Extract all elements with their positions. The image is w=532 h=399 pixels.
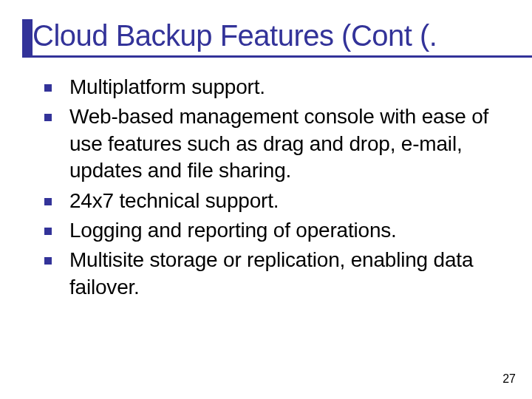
slide-title: Cloud Backup Features (Cont (. [33, 19, 437, 52]
list-item: Logging and reporting of operations. [44, 217, 510, 244]
list-item: Multisite storage or replication, enabli… [44, 247, 510, 301]
bullet-icon [44, 257, 52, 265]
list-item: 24x7 technical support. [44, 188, 510, 214]
page-number: 27 [502, 372, 516, 386]
bullet-icon [44, 84, 52, 92]
list-item: Multiplatform support. [44, 74, 510, 100]
bullet-text: Web-based management console with ease o… [69, 103, 510, 184]
bullet-text: Multiplatform support. [69, 74, 265, 100]
title-accent-bar [22, 19, 33, 56]
bullet-icon [44, 228, 52, 235]
bullet-icon [44, 198, 52, 205]
slide: Cloud Backup Features (Cont (. Multiplat… [0, 0, 532, 399]
content-area: Multiplatform support. Web-based managem… [44, 74, 510, 304]
bullet-text: 24x7 technical support. [69, 188, 279, 214]
list-item: Web-based management console with ease o… [44, 103, 510, 184]
title-underline [22, 55, 532, 58]
bullet-text: Multisite storage or replication, enabli… [69, 247, 510, 301]
bullet-text: Logging and reporting of operations. [69, 217, 397, 244]
bullet-icon [44, 114, 52, 121]
